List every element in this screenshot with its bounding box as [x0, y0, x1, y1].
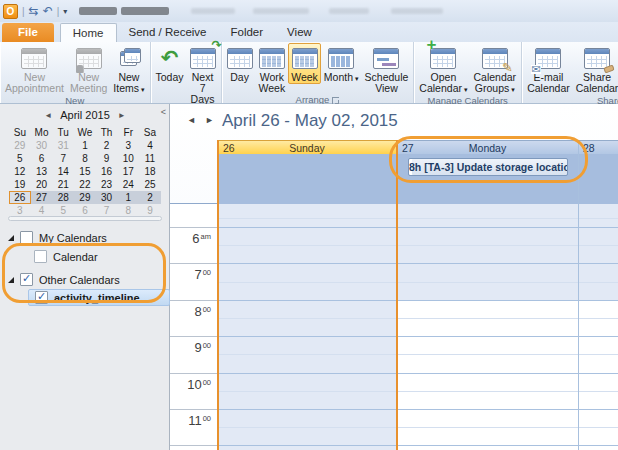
minical-day[interactable]: 24: [117, 178, 139, 191]
minical-day[interactable]: 30: [96, 191, 118, 204]
day-header-sunday[interactable]: 26 Sunday: [218, 140, 396, 154]
qat-customize-dropdown-icon[interactable]: ▾: [63, 7, 67, 16]
ribbon-group-arrange: Day Work Week Week Month Schedule: [222, 42, 415, 103]
minical-day[interactable]: 2: [139, 191, 161, 204]
minical-dayname: Mo: [31, 126, 53, 139]
sidebar-item-calendar[interactable]: Calendar: [0, 247, 170, 266]
send-receive-icon[interactable]: ⇆: [29, 5, 39, 17]
week-view-button[interactable]: Week: [288, 43, 321, 84]
event-update-storage-location[interactable]: 8h [TA-3] Update storage location: [408, 158, 568, 176]
minical-day[interactable]: 29: [9, 139, 31, 152]
minical-day[interactable]: 19: [9, 178, 31, 191]
minical-day[interactable]: 23: [96, 178, 118, 191]
expander-icon[interactable]: [8, 277, 14, 283]
minical-day[interactable]: 15: [74, 165, 96, 178]
collapse-pane-icon[interactable]: <: [161, 107, 166, 117]
previous-week-icon[interactable]: ◄: [187, 115, 196, 125]
schedule-view-button[interactable]: Schedule View: [362, 43, 412, 94]
minical-day[interactable]: 17: [117, 165, 139, 178]
minical-day[interactable]: 28: [52, 191, 74, 204]
work-week-view-button[interactable]: Work Week: [256, 43, 289, 94]
minical-day[interactable]: 20: [31, 178, 53, 191]
day-number: 26: [223, 141, 235, 155]
week-view-icon: [292, 48, 318, 69]
minical-dayname: Fr: [117, 126, 139, 139]
outlook-logo-icon[interactable]: O: [3, 4, 18, 19]
open-calendar-button[interactable]: + Open Calendar: [416, 43, 470, 95]
time-gutter: 6am7008009001000110012pm: [170, 204, 218, 450]
minical-day[interactable]: 26: [9, 191, 31, 204]
open-calendar-icon: [430, 48, 456, 69]
month-view-button[interactable]: Month: [321, 43, 362, 84]
undo-icon[interactable]: ↶: [43, 5, 53, 17]
all-day-cell-sunday[interactable]: [218, 154, 396, 204]
tab-file[interactable]: File: [2, 23, 54, 42]
minical-day[interactable]: 1: [74, 139, 96, 152]
minical-day[interactable]: 25: [139, 178, 161, 191]
minical-day[interactable]: 7: [52, 152, 74, 165]
day-column-sunday[interactable]: [218, 204, 396, 450]
calendar-folder-list: My Calendars Calendar Other Calendars ac…: [0, 228, 170, 306]
minical-day[interactable]: 2: [96, 139, 118, 152]
minical-day[interactable]: 29: [74, 191, 96, 204]
date-navigator: ◄ April 2015 ► SuMoTuWeThFrSa29303112345…: [9, 108, 161, 217]
ribbon-group-new: New Appointment New Meeting New Items Ne…: [0, 42, 151, 103]
minical-day[interactable]: 14: [52, 165, 74, 178]
minical-day[interactable]: 13: [31, 165, 53, 178]
day-header-monday[interactable]: 27 Monday: [397, 140, 578, 154]
minical-day[interactable]: 27: [31, 191, 53, 204]
minical-day[interactable]: 18: [139, 165, 161, 178]
calendar-groups-button[interactable]: ✎ Calendar Groups: [471, 43, 520, 95]
minical-day[interactable]: 30: [31, 139, 53, 152]
work-hours-area: [397, 300, 578, 450]
other-calendars-checkbox[interactable]: [20, 273, 33, 286]
minical-day[interactable]: 12: [9, 165, 31, 178]
day-header-tuesday[interactable]: 28: [578, 140, 618, 154]
prev-month-icon[interactable]: ◄: [44, 111, 52, 120]
share-calendar-button[interactable]: Share Calendar: [573, 43, 618, 94]
pane-splitter[interactable]: [8, 216, 162, 221]
dialog-launcher-icon[interactable]: [332, 97, 339, 104]
minical-day[interactable]: 5: [9, 152, 31, 165]
tab-home[interactable]: Home: [60, 23, 117, 42]
activity-timeline-checkbox[interactable]: [35, 291, 48, 304]
minical-day[interactable]: 9: [96, 152, 118, 165]
sidebar-item-my-calendars[interactable]: My Calendars: [0, 228, 170, 247]
all-day-cell-monday[interactable]: 8h [TA-3] Update storage location: [397, 154, 578, 204]
sidebar-item-activity-timeline[interactable]: activity_timeline: [28, 289, 170, 306]
minical-day[interactable]: 6: [31, 152, 53, 165]
qat-separator: |: [22, 6, 25, 17]
day-column-tuesday[interactable]: [578, 204, 618, 450]
next-7-days-button[interactable]: ↷ Next 7 Days: [187, 43, 219, 105]
new-items-button[interactable]: New Items: [110, 43, 147, 95]
minical-day[interactable]: 1: [117, 191, 139, 204]
today-button[interactable]: ↶ Today: [153, 43, 187, 83]
tab-send-receive[interactable]: Send / Receive: [117, 23, 219, 42]
minical-day[interactable]: 22: [74, 178, 96, 191]
next-month-icon[interactable]: ►: [118, 111, 126, 120]
day-view-button[interactable]: Day: [224, 43, 256, 83]
calendar-checkbox[interactable]: [34, 250, 47, 263]
minical-day[interactable]: 8: [74, 152, 96, 165]
tab-folder[interactable]: Folder: [219, 23, 276, 42]
minical-day[interactable]: 21: [52, 178, 74, 191]
next-week-icon[interactable]: ►: [205, 115, 214, 125]
sidebar-item-other-calendars[interactable]: Other Calendars: [0, 270, 170, 289]
day-column-monday[interactable]: [397, 204, 578, 450]
new-appointment-button[interactable]: New Appointment: [2, 43, 67, 94]
button-label: Calendar: [419, 83, 467, 95]
email-calendar-button[interactable]: ✉ E-mail Calendar: [524, 43, 573, 94]
minical-day[interactable]: 3: [117, 139, 139, 152]
minical-day[interactable]: 31: [52, 139, 74, 152]
tab-view[interactable]: View: [275, 23, 324, 42]
ribbon-group-share: ✉ E-mail Calendar Share Calendar Publish…: [522, 42, 618, 103]
minical-day[interactable]: 4: [139, 139, 161, 152]
minical-day[interactable]: 16: [96, 165, 118, 178]
minical-day[interactable]: 11: [139, 152, 161, 165]
minical-day[interactable]: 10: [117, 152, 139, 165]
my-calendars-checkbox[interactable]: [20, 231, 33, 244]
expander-icon[interactable]: [8, 235, 14, 241]
new-meeting-button[interactable]: New Meeting: [67, 43, 110, 94]
all-day-cell-tuesday[interactable]: [578, 154, 618, 204]
work-week-view-icon: [259, 48, 285, 69]
